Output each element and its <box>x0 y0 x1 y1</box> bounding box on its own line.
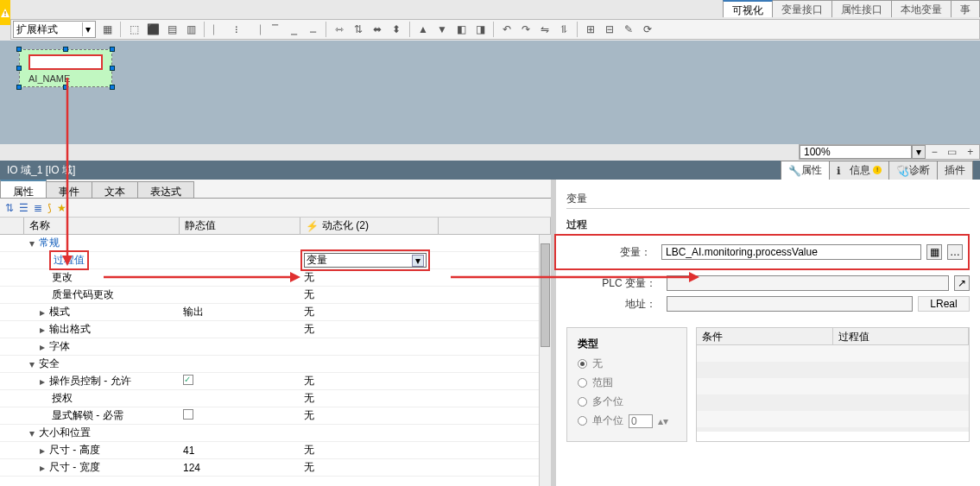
tab-prop-interface[interactable]: 属性接口 <box>831 0 892 17</box>
radio-none[interactable] <box>578 359 587 369</box>
zoom-out-icon[interactable]: − <box>926 144 942 160</box>
col-static[interactable]: 静态值 <box>180 218 300 234</box>
condition-grid[interactable]: 条件 过程值 <box>696 327 970 442</box>
tab-var-interface[interactable]: 变量接口 <box>772 0 832 17</box>
tree-size-pos[interactable]: 大小和位置 <box>39 426 91 440</box>
align-bottom-icon[interactable]: ⎽ <box>305 22 320 37</box>
io-field-value[interactable] <box>28 54 103 70</box>
expand-toggle[interactable]: ▸ <box>38 376 47 388</box>
sidetab-diag[interactable]: 🩺诊断 <box>888 161 938 180</box>
toolbar-icon[interactable]: ⟳ <box>640 22 655 37</box>
filter-icon[interactable]: ⟆ <box>47 202 52 214</box>
toolbar-icon[interactable]: ⬚ <box>126 22 142 37</box>
properties-icon: 🔧 <box>788 165 799 175</box>
col-name[interactable]: 名称 <box>24 218 180 234</box>
toolbar-icon[interactable]: ▥ <box>183 22 199 37</box>
same-width-icon[interactable]: ⬌ <box>370 22 385 37</box>
address-type: LReal <box>918 296 970 312</box>
sidetab-properties[interactable]: 🔧属性 <box>781 161 830 180</box>
tab-visualization[interactable]: 可视化 <box>723 0 773 17</box>
tree-auth[interactable]: 授权 <box>52 391 73 406</box>
tree-unlock[interactable]: 显式解锁 - 必需 <box>52 408 123 423</box>
toolbar-icon[interactable]: ▤ <box>164 22 180 37</box>
tab-expression[interactable]: 表达式 <box>137 181 194 198</box>
tree-out-fmt[interactable]: 输出格式 <box>49 322 91 337</box>
checkbox-on[interactable] <box>183 375 193 385</box>
sidetab-info[interactable]: ℹ信息! <box>829 161 889 180</box>
align-top-icon[interactable]: ⎺ <box>267 22 282 37</box>
radio-single-bit[interactable] <box>578 416 587 426</box>
expand-toggle[interactable]: ▾ <box>28 427 36 439</box>
align-center-icon[interactable]: ⫶ <box>229 22 244 37</box>
bit-spinner[interactable]: 0 <box>629 414 653 428</box>
expand-toggle[interactable]: ▾ <box>28 237 36 249</box>
radio-range[interactable] <box>578 378 587 388</box>
toolbar-icon[interactable]: ◨ <box>472 22 488 37</box>
toolbar-icon[interactable]: ⬛ <box>145 22 161 37</box>
align-right-icon[interactable]: ⎹ <box>248 22 263 37</box>
browse-tag-button[interactable]: ▦ <box>926 244 942 260</box>
tree-qc-change[interactable]: 质量代码更改 <box>52 287 114 302</box>
expand-toggle[interactable]: ▸ <box>38 462 47 474</box>
expand-toggle[interactable]: ▸ <box>38 341 47 353</box>
flip-h-icon[interactable]: ⇋ <box>537 22 553 37</box>
input-variable[interactable]: LBC_AI.monitoring.processValue <box>661 244 921 260</box>
bring-front-icon[interactable]: ▲ <box>415 22 431 37</box>
tab-events[interactable]: 事件 <box>46 181 92 198</box>
toolbar-icon[interactable]: ✎ <box>621 22 636 37</box>
radio-multi-bit[interactable] <box>578 397 587 407</box>
tab-text[interactable]: 文本 <box>92 181 138 198</box>
align-middle-icon[interactable]: ⎯ <box>286 22 301 37</box>
zoom-in-icon[interactable]: + <box>963 144 978 160</box>
input-plc-variable[interactable] <box>667 275 949 291</box>
rotate-right-icon[interactable]: ↷ <box>518 22 534 37</box>
checkbox-off[interactable] <box>183 409 193 420</box>
toolbar-icon[interactable]: ⊞ <box>583 22 598 37</box>
expand-toggle[interactable]: ▸ <box>38 306 47 319</box>
property-tree[interactable]: ▾常规 过程值变量▾ 更改无 质量代码更改无 ▸模式输出无 ▸输出格式无 ▸字体… <box>0 235 551 486</box>
more-button[interactable]: … <box>947 244 963 260</box>
dyn-variable-dropdown[interactable]: 变量▾ <box>304 253 427 268</box>
expand-toggle[interactable]: ▸ <box>38 445 47 457</box>
category-icon[interactable]: ☰ <box>19 202 28 214</box>
zoom-fit-icon[interactable]: ▭ <box>945 144 960 160</box>
toolbar-icon[interactable]: ⊟ <box>602 22 617 37</box>
tree-height[interactable]: 尺寸 - 高度 <box>49 443 100 458</box>
same-height-icon[interactable]: ⬍ <box>389 22 404 37</box>
flip-v-icon[interactable]: ⥮ <box>556 22 572 37</box>
toolbar-icon[interactable]: ▦ <box>99 22 115 37</box>
align-left-icon[interactable]: ⎸ <box>210 22 225 37</box>
warning-icon <box>0 0 10 25</box>
scrollbar[interactable] <box>539 235 551 486</box>
goto-icon[interactable]: ↗ <box>954 275 970 291</box>
rotate-left-icon[interactable]: ↶ <box>499 22 515 37</box>
tree-font[interactable]: 字体 <box>49 339 70 354</box>
tree-general[interactable]: 常规 <box>39 236 60 250</box>
tree-op-ctrl[interactable]: 操作员控制 - 允许 <box>49 374 131 388</box>
tree-process-value[interactable]: 过程值 <box>52 253 86 268</box>
style-select[interactable]: 扩展样式 ▾ <box>13 21 96 38</box>
distribute-v-icon[interactable]: ⇅ <box>351 22 366 37</box>
send-back-icon[interactable]: ▼ <box>434 22 450 37</box>
tab-local-vars[interactable]: 本地变量 <box>891 0 952 17</box>
tab-events-top[interactable]: 事 <box>951 0 980 17</box>
zoom-value[interactable]: 100% <box>800 145 912 159</box>
section-variable: 变量 <box>566 192 970 206</box>
star-icon[interactable]: ★ <box>57 202 66 214</box>
zoom-dropdown[interactable]: ▾ <box>912 145 926 159</box>
sidetab-plugin[interactable]: 插件 <box>937 161 973 180</box>
distribute-h-icon[interactable]: ⇿ <box>332 22 347 37</box>
tree-mode[interactable]: 模式 <box>49 305 70 319</box>
list-icon[interactable]: ≣ <box>34 202 42 214</box>
tree-width[interactable]: 尺寸 - 宽度 <box>49 460 100 475</box>
design-canvas[interactable]: AI_NAME <box>0 41 980 144</box>
toolbar-icon[interactable]: ◧ <box>453 22 469 37</box>
sort-icon[interactable]: ⇅ <box>5 202 14 214</box>
tree-security[interactable]: 安全 <box>39 357 60 371</box>
expand-toggle[interactable]: ▾ <box>28 358 36 370</box>
col-dyn[interactable]: ⚡动态化 (2) <box>300 218 439 234</box>
expand-toggle[interactable]: ▸ <box>38 324 47 336</box>
tree-change[interactable]: 更改 <box>52 270 73 285</box>
io-field-object[interactable]: AI_NAME <box>19 49 112 87</box>
tab-properties[interactable]: 属性 <box>0 180 47 198</box>
